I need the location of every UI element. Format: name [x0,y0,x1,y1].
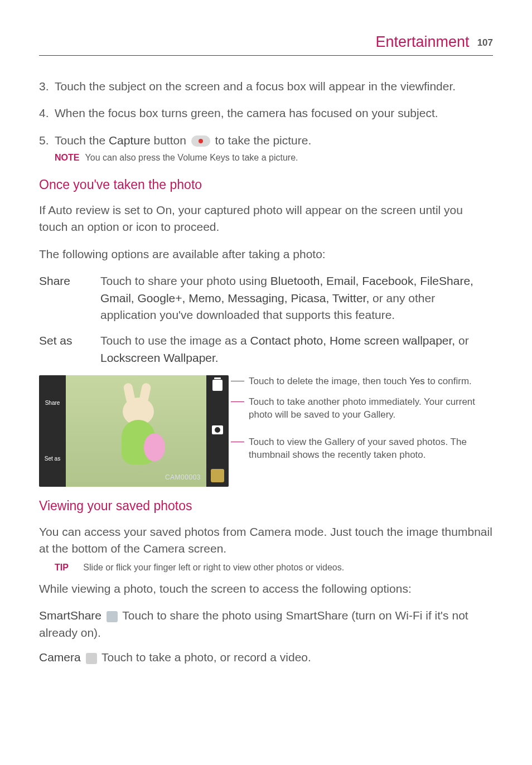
step-number: 4. [39,105,55,122]
text-fragment: to take the picture. [212,134,312,147]
tip-label: TIP [55,563,69,572]
definition-share: Share Touch to share your photo using Bl… [39,273,493,323]
text-fragment: button [151,134,190,147]
text-fragment: or [455,334,469,347]
page-number: 107 [477,37,493,49]
delete-icon[interactable] [212,380,223,391]
preview-setas-button[interactable]: Set as [45,455,60,463]
text-fragment: to confirm. [425,376,472,386]
page-header: Entertainment 107 [39,33,493,56]
text-fragment: Touch the [55,134,109,147]
definition-set-as: Set as Touch to use the image as a Conta… [39,332,493,366]
preview-left-bar: Share Set as [39,375,66,487]
feature-camera: Camera Touch to take a photo, or record … [39,649,493,666]
section-heading: Viewing your saved photos [39,497,493,515]
capture-label: Capture [109,134,151,147]
tip-text: Slide or flick your finger left or right… [83,563,344,572]
text-fragment: Touch to delete the image, then touch [249,376,409,386]
camera-icon [86,653,97,664]
gallery-thumbnail-icon[interactable] [211,469,224,482]
text-fragment: Touch to share your photo using [100,274,270,287]
camera-preview-screenshot: Share Set as CAM00003 [39,375,229,487]
feature-name: SmartShare [39,609,105,622]
step-text: Touch the subject on the screen and a fo… [55,78,493,95]
step-5: 5. Touch the Capture button to take the … [39,132,493,149]
section-title: Entertainment [376,33,470,51]
paragraph: The following options are available afte… [39,246,493,263]
callouts: Touch to delete the image, then touch Ye… [229,375,493,487]
step-4: 4. When the focus box turns green, the c… [39,105,493,122]
page: Entertainment 107 3. Touch the subject o… [0,0,532,708]
bold-text: Contact photo, Home screen wallpaper, [250,334,456,347]
preview-caption: CAM00003 [165,473,201,482]
text-fragment: Touch to use the image as a [100,334,250,347]
bold-text: Yes [409,376,425,386]
definition-list: Share Touch to share your photo using Bl… [39,273,493,366]
step-number: 5. [39,132,55,149]
step-text: When the focus box turns green, the came… [55,105,493,122]
note: NOTE You can also press the Volume Keys … [55,151,493,164]
feature-smartshare: SmartShare Touch to share the photo usin… [39,607,493,641]
preview-share-button[interactable]: Share [45,399,60,408]
tip: TIP Slide or flick your finger left or r… [55,561,493,574]
figure-block: Share Set as CAM00003 Touch to delete th… [39,375,493,487]
callout-take-another: Touch to take another photo immediately.… [242,396,493,422]
callout-delete: Touch to delete the image, then touch Ye… [242,375,493,388]
preview-right-bar [206,375,229,487]
bold-text: Lockscreen Wallpaper. [100,351,219,364]
capture-button-icon [191,135,210,147]
note-label: NOTE [55,153,79,162]
step-3: 3. Touch the subject on the screen and a… [39,78,493,95]
step-number: 3. [39,78,55,95]
feature-text: Touch to take a photo, or record a video… [99,651,311,664]
feature-name: Camera [39,651,84,664]
body: 3. Touch the subject on the screen and a… [39,78,493,666]
smartshare-icon [107,611,118,622]
def-body: Touch to share your photo using Bluetoot… [100,273,493,323]
section-heading: Once you've taken the photo [39,176,493,194]
preview-photo-subject [106,385,173,480]
step-text: Touch the Capture button to take the pic… [55,132,493,149]
def-body: Touch to use the image as a Contact phot… [100,332,493,366]
paragraph: If Auto review is set to On, your captur… [39,202,493,236]
note-text: You can also press the Volume Keys to ta… [85,153,298,162]
callout-gallery: Touch to view the Gallery of your saved … [242,436,493,462]
camera-icon[interactable] [212,425,223,434]
def-term: Set as [39,332,100,366]
paragraph: While viewing a photo, touch the screen … [39,580,493,597]
def-term: Share [39,273,100,323]
paragraph: You can access your saved photos from Ca… [39,524,493,558]
